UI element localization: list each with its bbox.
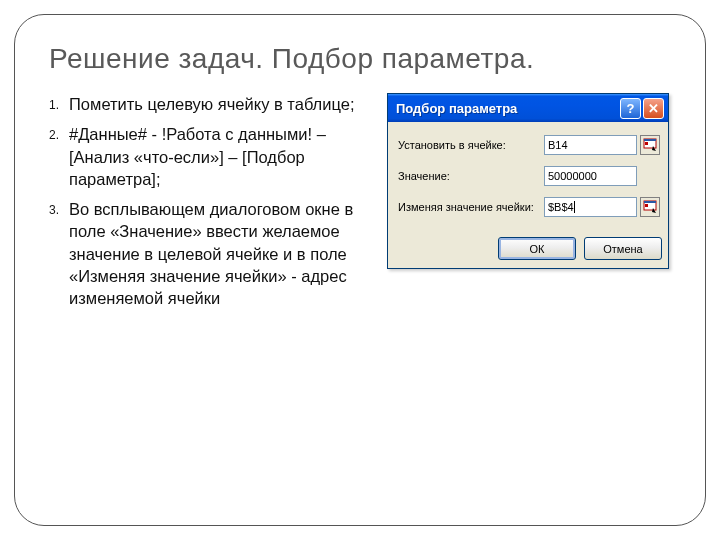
list-item: 3. Во всплывающем диалоговом окне в поле… (49, 198, 369, 309)
label-value: Значение: (398, 170, 544, 182)
help-button[interactable]: ? (620, 98, 641, 119)
step-number: 3. (49, 198, 69, 309)
ok-button[interactable]: ОК (498, 237, 576, 260)
dialog-button-row: ОК Отмена (388, 231, 668, 268)
label-set-cell: Установить в ячейке: (398, 139, 544, 151)
step-text: Пометить целевую ячейку в таблице; (69, 93, 369, 115)
step-text: Во всплывающем диалоговом окне в поле «З… (69, 198, 369, 309)
svg-rect-4 (644, 201, 656, 203)
step-number: 1. (49, 93, 69, 115)
row-set-cell: Установить в ячейке: B14 (398, 134, 660, 156)
close-button[interactable]: ✕ (643, 98, 664, 119)
dialog-body: Установить в ячейке: B14 Значение: 50000… (388, 122, 668, 231)
range-select-icon (643, 200, 657, 214)
collapse-dialog-button[interactable] (640, 135, 660, 155)
cancel-button[interactable]: Отмена (584, 237, 662, 260)
svg-rect-5 (645, 204, 648, 207)
svg-rect-2 (645, 142, 648, 145)
slide-frame: Решение задач. Подбор параметра. 1. Поме… (14, 14, 706, 526)
text-caret (574, 201, 575, 213)
dialog-title: Подбор параметра (396, 101, 618, 116)
collapse-dialog-button[interactable] (640, 197, 660, 217)
label-changing-cell: Изменяя значение ячейки: (398, 201, 544, 213)
list-item: 2. #Данные# - !Работа с данными! – [Анал… (49, 123, 369, 190)
input-value[interactable]: 50000000 (544, 166, 637, 186)
input-set-cell[interactable]: B14 (544, 135, 637, 155)
content-row: 1. Пометить целевую ячейку в таблице; 2.… (49, 93, 679, 317)
svg-rect-1 (644, 139, 656, 141)
dialog-titlebar[interactable]: Подбор параметра ? ✕ (388, 94, 668, 122)
input-changing-cell[interactable]: $B$4 (544, 197, 637, 217)
step-number: 2. (49, 123, 69, 190)
page-title: Решение задач. Подбор параметра. (49, 43, 679, 75)
step-text: #Данные# - !Работа с данными! – [Анализ … (69, 123, 369, 190)
range-select-icon (643, 138, 657, 152)
row-changing-cell: Изменяя значение ячейки: $B$4 (398, 196, 660, 218)
list-item: 1. Пометить целевую ячейку в таблице; (49, 93, 369, 115)
row-value: Значение: 50000000 (398, 165, 660, 187)
steps-list: 1. Пометить целевую ячейку в таблице; 2.… (49, 93, 369, 317)
goal-seek-dialog: Подбор параметра ? ✕ Установить в ячейке… (387, 93, 669, 269)
